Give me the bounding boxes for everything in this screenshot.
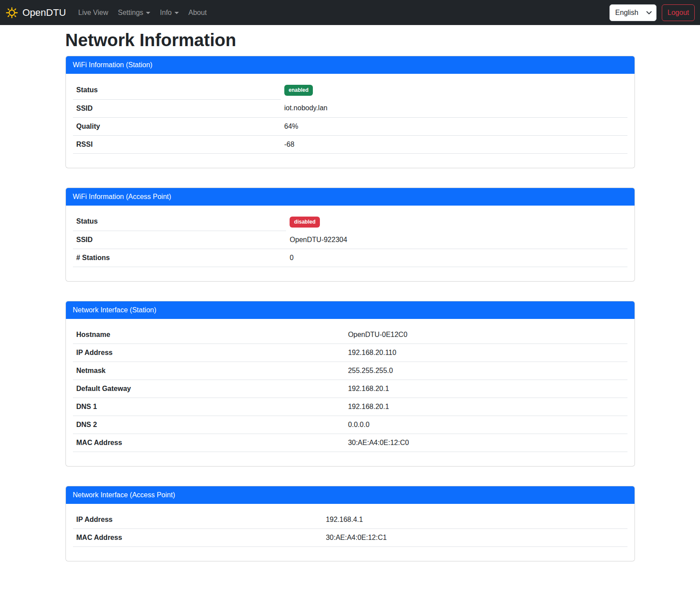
row-label: MAC Address [73, 434, 345, 452]
row-label: SSID [73, 99, 281, 117]
table-row: Quality 64% [73, 117, 627, 135]
language-select-wrap: English [609, 4, 656, 21]
row-label: Default Gateway [73, 380, 345, 398]
row-label: # Stations [73, 249, 287, 267]
brand-label: OpenDTU [22, 7, 66, 18]
row-label: Status [73, 213, 287, 231]
card-header: Network Interface (Access Point) [66, 486, 635, 504]
row-value: 192.168.20.110 [345, 344, 627, 362]
row-value: 0.0.0.0 [345, 416, 627, 434]
table-row: DNS 2 0.0.0.0 [73, 416, 627, 434]
status-badge: enabled [284, 85, 313, 96]
card-header: WiFi Information (Station) [66, 56, 635, 74]
row-value: 0 [286, 249, 627, 267]
row-label: IP Address [73, 511, 323, 529]
card-wifi-station: WiFi Information (Station) Status enable… [65, 56, 635, 168]
caret-down-icon [174, 12, 179, 14]
row-label: RSSI [73, 135, 281, 153]
row-value: 192.168.20.1 [345, 398, 627, 416]
table-row: SSID iot.nobody.lan [73, 99, 627, 117]
row-label: DNS 1 [73, 398, 345, 416]
row-label: Hostname [73, 326, 345, 344]
row-value: iot.nobody.lan [281, 99, 627, 117]
table-row: Status enabled [73, 81, 627, 99]
row-value: OpenDTU-922304 [286, 231, 627, 249]
row-value: 30:AE:A4:0E:12:C1 [322, 529, 627, 547]
row-value: 192.168.20.1 [345, 380, 627, 398]
caret-down-icon [146, 12, 150, 14]
nav-item-info[interactable]: Info [156, 5, 182, 20]
table-row: MAC Address 30:AE:A4:0E:12:C1 [73, 529, 627, 547]
nav-item-settings[interactable]: Settings [114, 5, 154, 20]
info-table: Status enabled SSID iot.nobody.lan Quali… [73, 81, 627, 154]
main-content: Network Information WiFi Information (St… [65, 25, 635, 561]
row-label: Status [73, 81, 281, 99]
nav-item-live-view[interactable]: Live View [75, 5, 112, 20]
info-table: IP Address 192.168.4.1 MAC Address 30:AE… [73, 511, 627, 547]
info-table: Status disabled SSID OpenDTU-922304 # St… [73, 213, 627, 268]
row-value: 30:AE:A4:0E:12:C0 [345, 434, 627, 452]
row-label: IP Address [73, 344, 345, 362]
row-value: 192.168.4.1 [322, 511, 627, 529]
row-label: DNS 2 [73, 416, 345, 434]
row-label: SSID [73, 231, 287, 249]
info-table: Hostname OpenDTU-0E12C0 IP Address 192.1… [73, 326, 627, 452]
table-row: Default Gateway 192.168.20.1 [73, 380, 627, 398]
row-value: -68 [281, 135, 627, 153]
card-header: Network Interface (Station) [66, 301, 635, 319]
card-header: WiFi Information (Access Point) [66, 188, 635, 206]
row-value: enabled [281, 81, 627, 99]
navbar: OpenDTU Live View Settings Info About En… [0, 0, 700, 25]
table-row: SSID OpenDTU-922304 [73, 231, 627, 249]
table-row: # Stations 0 [73, 249, 627, 267]
row-label: MAC Address [73, 529, 323, 547]
table-row: IP Address 192.168.20.110 [73, 344, 627, 362]
language-select[interactable]: English [609, 4, 656, 21]
logout-button[interactable]: Logout [662, 4, 695, 21]
table-row: MAC Address 30:AE:A4:0E:12:C0 [73, 434, 627, 452]
row-label: Netmask [73, 362, 345, 380]
row-label: Quality [73, 117, 281, 135]
card-body: Status disabled SSID OpenDTU-922304 # St… [66, 206, 635, 282]
card-body: Hostname OpenDTU-0E12C0 IP Address 192.1… [66, 319, 635, 466]
table-row: Netmask 255.255.255.0 [73, 362, 627, 380]
card-network-access-point: Network Interface (Access Point) IP Addr… [65, 486, 635, 561]
nav-links: Live View Settings Info About [75, 5, 213, 20]
card-network-station: Network Interface (Station) Hostname Ope… [65, 301, 635, 467]
page-title: Network Information [65, 30, 635, 50]
table-row: RSSI -68 [73, 135, 627, 153]
card-body: IP Address 192.168.4.1 MAC Address 30:AE… [66, 504, 635, 561]
table-row: Hostname OpenDTU-0E12C0 [73, 326, 627, 344]
row-value: disabled [286, 213, 627, 231]
status-badge: disabled [290, 217, 320, 228]
row-value: 255.255.255.0 [345, 362, 627, 380]
nav-item-label: Settings [118, 9, 143, 16]
nav-item-about[interactable]: About [185, 5, 210, 20]
card-body: Status enabled SSID iot.nobody.lan Quali… [66, 74, 635, 168]
brand-link[interactable]: OpenDTU [5, 6, 66, 19]
nav-item-label: About [189, 9, 207, 16]
table-row: DNS 1 192.168.20.1 [73, 398, 627, 416]
table-row: Status disabled [73, 213, 627, 231]
card-wifi-access-point: WiFi Information (Access Point) Status d… [65, 188, 635, 282]
row-value: 64% [281, 117, 627, 135]
nav-item-label: Info [160, 9, 172, 16]
row-value: OpenDTU-0E12C0 [345, 326, 627, 344]
sun-icon [5, 6, 18, 19]
table-row: IP Address 192.168.4.1 [73, 511, 627, 529]
nav-item-label: Live View [78, 9, 108, 16]
navbar-right: English Logout [609, 4, 695, 21]
